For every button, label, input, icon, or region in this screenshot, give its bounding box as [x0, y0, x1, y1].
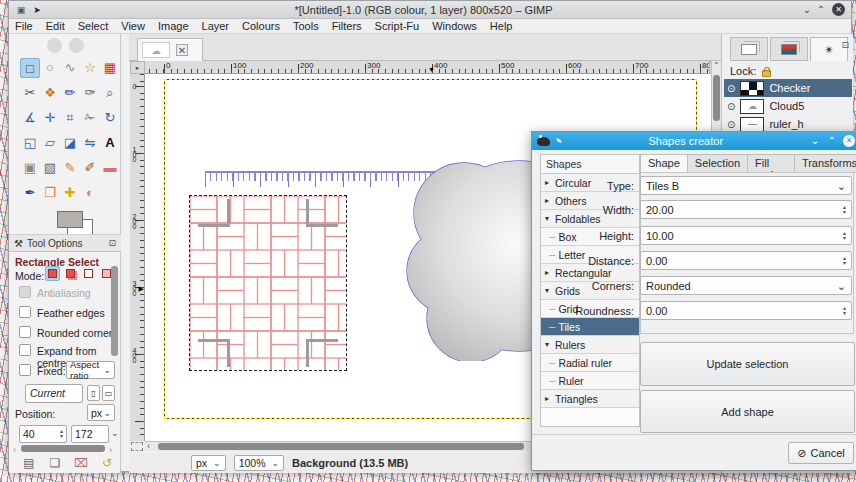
vscroll-thumb[interactable] [713, 75, 720, 121]
rounded-corners-checkbox[interactable] [19, 326, 31, 338]
tab-close-icon[interactable]: ✕ [176, 44, 188, 56]
foreground-colour-swatch[interactable] [57, 211, 83, 228]
tab-selection[interactable]: Selection [688, 154, 748, 173]
paintbrush-tool-icon[interactable]: ✐ [80, 158, 100, 178]
selection-handle-top-left[interactable] [198, 199, 230, 227]
chevron-right-icon[interactable]: ▸ [545, 268, 552, 277]
scroll-right-icon[interactable]: › [109, 445, 112, 455]
mode-replace-button[interactable] [45, 266, 60, 281]
visibility-eye-icon[interactable]: ⊙ [727, 101, 735, 112]
tab-channels[interactable] [770, 37, 808, 61]
mode-add-button[interactable] [63, 266, 78, 281]
feather-edges-checkbox[interactable] [19, 306, 31, 318]
dialog-minimize-icon[interactable]: ⌄ [809, 134, 821, 148]
corners-combo[interactable]: Rounded ⌄ [640, 276, 852, 295]
scroll-left-icon[interactable]: ‹ [13, 445, 16, 455]
tab-fill-and-border[interactable]: Fill and border [748, 154, 795, 173]
colour-picker-tool-icon[interactable]: ✑ [80, 83, 100, 103]
update-selection-button[interactable]: Update selection [640, 342, 855, 386]
zoom-combo[interactable]: 100% ⌄ [234, 455, 284, 471]
width-spinner[interactable]: 20.00 ▴▾ [640, 200, 852, 219]
rotate-tool-icon[interactable]: ↻ [100, 108, 120, 128]
free-select-tool-icon[interactable]: ∿ [60, 58, 80, 78]
selection-handle-top-right[interactable] [306, 199, 338, 227]
layer-row-cloud5[interactable]: ⊙ ☁ Cloud5 [724, 97, 852, 115]
height-spinner[interactable]: 10.00 ▴▾ [640, 226, 852, 245]
close-button[interactable]: ✕ [832, 3, 845, 16]
tree-item-ruler[interactable]: ─Ruler [541, 372, 639, 390]
antialiasing-checkbox[interactable] [19, 286, 31, 298]
aspect-ratio-field[interactable]: Current [25, 384, 83, 403]
minimize-button[interactable]: ⌄ [800, 2, 814, 18]
window-titlebar[interactable]: ▣ ➤ *[Untitled]-1.0 (RGB colour, 1 layer… [9, 1, 851, 19]
tree-item-radial-ruler[interactable]: ─Radial ruler [541, 354, 639, 372]
spinner-arrows-icon[interactable]: ▴▾ [843, 256, 846, 266]
tool-options-hscrollbar[interactable] [21, 445, 105, 452]
save-preset-icon[interactable]: ▤ [21, 456, 37, 470]
unit-combo[interactable]: px ⌄ [191, 455, 226, 471]
maximize-button[interactable]: ⌃ [814, 2, 828, 18]
scroll-up-icon[interactable]: ⌃ [713, 61, 720, 70]
expand-from-centre-checkbox[interactable] [19, 344, 31, 356]
menu-image[interactable]: Image [158, 20, 189, 32]
horizontal-ruler[interactable]: 0 100 200 300 400 500 600 700 800 ▼ [145, 61, 709, 74]
distance-spinner[interactable]: 0.00 ▴▾ [640, 251, 852, 270]
zoom-tool-icon[interactable]: ⌕ [100, 83, 120, 103]
selection-handle-bottom-left[interactable] [198, 339, 230, 367]
restore-preset-icon[interactable]: ❏ [47, 456, 63, 470]
spinner-arrows-icon[interactable]: ▴▾ [843, 306, 846, 316]
menu-file[interactable]: File [15, 20, 33, 32]
flip-tool-icon[interactable]: ⇋ [80, 133, 100, 153]
selection-handle-bottom-right[interactable] [306, 339, 338, 367]
position-y-spinner[interactable]: 172 [71, 425, 109, 443]
measure-tool-icon[interactable]: ∡ [20, 108, 40, 128]
tree-group-triangles[interactable]: ▸Triangles [541, 390, 639, 408]
crop-tool-icon[interactable]: ✁ [80, 108, 100, 128]
tiles-selection[interactable] [189, 195, 347, 371]
pencil-tool-icon[interactable]: ✎ [60, 158, 80, 178]
menu-filters[interactable]: Filters [332, 20, 362, 32]
ruler-origin-button[interactable]: ▸ [130, 61, 145, 74]
fuzzy-select-tool-icon[interactable]: ☆ [80, 58, 100, 78]
reset-tool-icon[interactable]: ↺ [99, 456, 115, 470]
image-tab[interactable]: ☁ ✕ [137, 38, 203, 61]
visibility-eye-icon[interactable]: ⊙ [727, 119, 735, 130]
position-x-spinner[interactable]: 40 ▴▾ [19, 425, 67, 443]
chevron-down-icon[interactable]: ▾ [545, 340, 552, 349]
dialog-close-icon[interactable]: ✕ [843, 135, 855, 147]
menu-colours[interactable]: Colours [242, 20, 280, 32]
tree-item-tiles[interactable]: ─Tiles [541, 318, 639, 336]
heal-tool-icon[interactable]: ✚ [60, 183, 80, 203]
type-combo[interactable]: Tiles B ⌄ [640, 176, 852, 195]
menu-windows[interactable]: Windows [432, 20, 477, 32]
smudge-tool-icon[interactable]: ◐ [80, 183, 100, 203]
lock-icon[interactable] [762, 70, 771, 77]
bucket-fill-tool-icon[interactable]: ▣ [20, 158, 40, 178]
fixed-checkbox[interactable] [19, 364, 31, 376]
fixed-combo[interactable]: Aspect ratio ⌄ [66, 361, 115, 379]
align-tool-icon[interactable]: ⌗ [60, 108, 80, 128]
layer-row-checker[interactable]: ⊙ Checker [724, 79, 852, 97]
menu-tools[interactable]: Tools [293, 20, 319, 32]
perspective-tool-icon[interactable]: ◪ [60, 133, 80, 153]
ink-tool-icon[interactable]: ✒ [20, 183, 40, 203]
scroll-left-icon[interactable]: ‹ [147, 441, 150, 451]
shear-tool-icon[interactable]: ▱ [40, 133, 60, 153]
tab-shape[interactable]: Shape [640, 154, 688, 173]
foreground-select-tool-icon[interactable]: ❖ [40, 83, 60, 103]
paths-tool-icon[interactable]: ✏ [60, 83, 80, 103]
spinner-arrows-icon[interactable]: ▴▾ [843, 231, 846, 241]
text-tool-icon[interactable]: A [100, 133, 120, 153]
hscroll-thumb[interactable] [158, 443, 524, 450]
add-shape-button[interactable]: Add shape [640, 390, 855, 433]
menu-select[interactable]: Select [78, 20, 109, 32]
panel-menu-icon[interactable]: ⊡ [108, 238, 116, 248]
delete-preset-icon[interactable]: ⌧ [73, 456, 89, 470]
spinner-arrows-icon[interactable]: ▴▾ [843, 205, 846, 215]
cancel-button[interactable]: ⊘ Cancel [788, 442, 854, 464]
gradient-tool-icon[interactable]: ▧ [40, 158, 60, 178]
tab-transforms[interactable]: Transforms [795, 154, 856, 173]
landscape-button[interactable]: ▭ [102, 385, 115, 401]
panel-collapse-icon[interactable]: ⊡ [841, 40, 849, 50]
tool-options-vscrollbar[interactable] [111, 266, 118, 356]
